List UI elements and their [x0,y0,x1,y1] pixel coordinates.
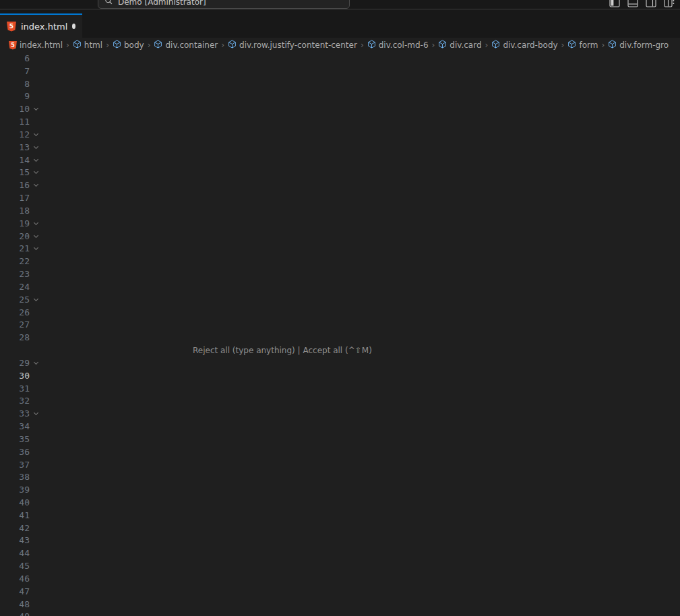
code-line-13[interactable]: 13 [0,142,680,154]
line-number: 31 [0,383,30,396]
gutter: 41 [0,510,45,522]
breadcrumb-label: div.row.justify-content-center [239,40,357,50]
command-center[interactable]: Demo [Administrator] [98,0,350,9]
code-line-48[interactable]: 48 [0,598,680,611]
code-line-46[interactable]: 46 [0,573,680,586]
inline-chat-hint-separator: | [295,346,303,355]
breadcrumb-item[interactable]: div.row.justify-content-center [228,40,357,51]
code-line-31[interactable]: 31 [0,383,680,396]
code-line-49[interactable]: 49 [0,611,680,616]
code-line-27[interactable]: 27 [0,319,680,332]
toggle-primary-sidebar-icon[interactable] [609,0,620,8]
code-line-11[interactable]: 11 [0,116,680,129]
fold-chevron-icon[interactable] [34,131,38,136]
code-line-33[interactable]: 33 [0,408,680,421]
line-number: 8 [0,78,30,91]
fold-chevron-icon[interactable] [34,157,38,162]
gutter: 43 [0,534,45,547]
code-line-34[interactable]: 34 [0,421,680,433]
code-line-7[interactable]: 7 [0,65,680,78]
gutter: 22 [0,255,45,268]
fold-chevron-icon[interactable] [34,360,38,365]
code-line-40[interactable]: 40 [0,497,680,510]
code-line-38[interactable]: 38 [0,471,680,484]
modified-indicator-icon[interactable] [72,24,75,29]
code-line-22[interactable]: 22 [0,255,680,268]
tab-label: index.html [21,22,67,32]
toggle-panel-icon[interactable] [627,0,638,8]
breadcrumb-item[interactable]: form [567,40,598,51]
breadcrumb-item[interactable]: div.card-body [491,40,557,51]
gutter: 13 [0,142,45,154]
fold-chevron-icon[interactable] [34,106,38,111]
line-number: 26 [0,307,30,319]
gutter: 32 [0,395,45,408]
code-line-36[interactable]: 36 [0,446,680,459]
code-line-37[interactable]: 37 [0,459,680,472]
line-number: 35 [0,433,30,446]
breadcrumb-item[interactable]: div.card [438,40,481,51]
code-line-21[interactable]: 21 [0,243,680,255]
code-line-39[interactable]: 39 [0,484,680,497]
breadcrumb-separator-icon: › [485,40,489,50]
breadcrumb-item[interactable]: div.container [154,40,218,51]
code-line-15[interactable]: 15 [0,166,680,179]
line-number: 25 [0,294,30,307]
line-number: 27 [0,319,30,332]
code-editor: 6789101112131415161718192021222324252627… [0,53,680,616]
code-line-12[interactable]: 12 [0,129,680,142]
code-line-35[interactable]: 35 [0,433,680,446]
tab-index-html[interactable]: 5 index.html [0,13,82,38]
code-line-6[interactable]: 6 [0,53,680,65]
fold-chevron-icon[interactable] [34,169,38,174]
gutter: 29 [0,357,45,370]
breadcrumb-item[interactable]: div.col-md-6 [367,40,429,51]
line-number: 9 [0,90,30,103]
code-line-28[interactable]: 28 [0,332,680,344]
code-line-41[interactable]: 41 [0,510,680,522]
breadcrumb-label: div.col-md-6 [379,40,429,50]
code-line-9[interactable]: 9 [0,90,680,103]
code-line-20[interactable]: 20 [0,230,680,243]
inline-chat-reject-all[interactable]: Reject all (type anything) [193,346,295,355]
code-line-16[interactable]: 16 [0,179,680,192]
code-line-30[interactable]: 30 [0,370,680,383]
gutter: 35 [0,433,45,446]
code-line-23[interactable]: 23 [0,268,680,281]
code-line-29[interactable]: 29 [0,357,680,370]
breadcrumb-item[interactable]: 5index.html [9,40,63,50]
code-line-18[interactable]: 18 [0,205,680,218]
code-line-10[interactable]: 10 [0,103,680,116]
toggle-secondary-sidebar-icon[interactable] [646,0,656,8]
fold-chevron-icon[interactable] [34,233,38,238]
code-line-43[interactable]: 43 [0,534,680,547]
code-line-32[interactable]: 32 [0,395,680,408]
code-line-8[interactable]: 8 [0,78,680,91]
code-line-17[interactable]: 17 [0,192,680,205]
code-line-45[interactable]: 45 [0,560,680,573]
customize-layout-icon[interactable] [664,0,675,8]
fold-chevron-icon[interactable] [34,144,38,149]
code-line-24[interactable]: 24 [0,281,680,294]
code-line-25[interactable]: 25 [0,294,680,307]
breadcrumb-item[interactable]: html [73,40,102,51]
symbol-cube-icon [438,40,447,51]
breadcrumb-item[interactable]: div.form-gro [608,40,669,51]
code-line-44[interactable]: 44 [0,547,680,560]
code-line-19[interactable]: 19 [0,218,680,230]
fold-chevron-icon[interactable] [34,297,38,301]
breadcrumb-item[interactable]: body [113,40,144,51]
gutter: 37 [0,459,45,472]
gutter: 25 [0,294,45,307]
breadcrumb-separator-icon: › [66,40,69,50]
code-line-14[interactable]: 14 [0,154,680,167]
fold-chevron-icon[interactable] [34,410,38,415]
line-number: 44 [0,547,30,560]
code-line-42[interactable]: 42 [0,522,680,535]
fold-chevron-icon[interactable] [34,182,38,187]
code-line-47[interactable]: 47 [0,586,680,598]
code-line-26[interactable]: 26 [0,307,680,319]
fold-chevron-icon[interactable] [34,220,38,225]
inline-chat-accept-all[interactable]: Accept all (^⇧M) [303,346,371,355]
fold-chevron-icon[interactable] [34,245,38,250]
